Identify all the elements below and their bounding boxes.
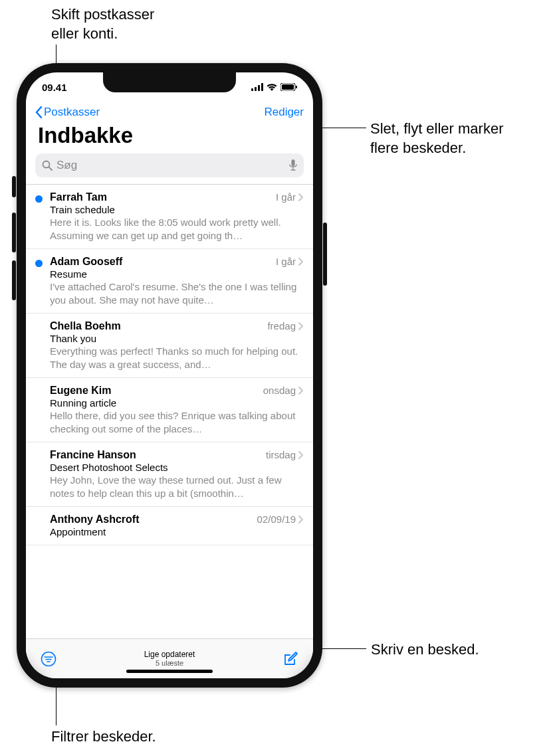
status-time: 09.41 — [42, 82, 67, 93]
message-sender: Eugene Kim — [50, 385, 111, 397]
message-sender: Francine Hanson — [50, 449, 136, 461]
compose-button[interactable] — [282, 651, 298, 667]
message-preview: Everything was perfect! Thanks so much f… — [50, 345, 304, 371]
chevron-right-icon — [298, 322, 304, 330]
unread-dot — [35, 260, 43, 267]
svg-line-8 — [49, 167, 53, 171]
message-sender: Adam Gooseff — [50, 256, 122, 268]
chevron-right-icon — [298, 387, 304, 395]
message-subject: Train schedule — [50, 204, 304, 215]
search-placeholder: Søg — [56, 159, 285, 172]
callout-edit: Slet, flyt eller marker flere beskeder. — [370, 120, 504, 157]
mic-icon[interactable] — [289, 159, 297, 171]
message-date: onsdag — [263, 385, 296, 396]
message-row[interactable]: Adam GooseffI gårResumeI've attached Car… — [26, 249, 313, 314]
message-preview: I've attached Carol's resume. She's the … — [50, 280, 304, 306]
battery-icon — [280, 83, 297, 91]
message-sender: Farrah Tam — [50, 191, 107, 203]
message-row[interactable]: Anthony Ashcroft02/09/19Appointment — [26, 507, 313, 545]
back-label: Postkasser — [44, 106, 100, 119]
message-subject: Thank you — [50, 333, 304, 344]
message-preview: Here it is. Looks like the 8:05 would wo… — [50, 216, 304, 242]
toolbar-status: Lige opdateret — [144, 650, 195, 659]
mute-switch — [12, 176, 16, 197]
svg-rect-6 — [296, 86, 297, 88]
notch — [103, 72, 236, 92]
message-date: 02/09/19 — [257, 514, 296, 525]
power-button — [323, 223, 327, 286]
chevron-right-icon — [298, 193, 304, 201]
message-row[interactable]: Francine HansontirsdagDesert Photoshoot … — [26, 442, 313, 507]
edit-button[interactable]: Rediger — [264, 106, 304, 119]
message-preview: Hey John, Love the way these turned out.… — [50, 474, 304, 500]
svg-rect-1 — [255, 87, 257, 91]
chevron-right-icon — [298, 451, 304, 459]
callout-mailboxes: Skift postkasser eller konti. — [51, 5, 154, 43]
svg-rect-2 — [258, 85, 260, 91]
message-subject: Desert Photoshoot Selects — [50, 462, 304, 473]
compose-icon — [282, 651, 298, 667]
back-button[interactable]: Postkasser — [35, 106, 100, 119]
svg-rect-9 — [292, 159, 295, 166]
message-subject: Resume — [50, 268, 304, 280]
toolbar-sub: 5 ulæste — [144, 659, 195, 668]
chevron-right-icon — [298, 516, 304, 523]
callout-compose: Skriv en besked. — [371, 640, 479, 660]
svg-rect-0 — [251, 88, 253, 91]
message-date: fredag — [267, 320, 296, 331]
chevron-left-icon — [35, 106, 43, 118]
wifi-icon — [267, 83, 277, 91]
message-sender: Anthony Ashcroft — [50, 514, 140, 525]
screen: 09.41 Postkasser Rediger Indbakke Søg Fa… — [26, 72, 313, 678]
message-subject: Running article — [50, 397, 304, 409]
phone-frame: 09.41 Postkasser Rediger Indbakke Søg Fa… — [17, 63, 322, 688]
cellular-icon — [251, 83, 263, 91]
filter-button[interactable] — [41, 651, 56, 667]
message-date: I går — [276, 256, 296, 267]
volume-up — [12, 213, 16, 252]
volume-down — [12, 260, 16, 300]
search-input[interactable]: Søg — [35, 153, 304, 177]
message-row[interactable]: Chella BoehmfredagThank youEverything wa… — [26, 314, 313, 378]
filter-icon — [41, 651, 56, 667]
unread-dot — [35, 195, 43, 203]
home-indicator[interactable] — [126, 670, 213, 673]
chevron-right-icon — [298, 258, 304, 266]
callout-filter: Filtrer beskeder. — [51, 727, 156, 747]
message-row[interactable]: Eugene KimonsdagRunning articleHello the… — [26, 378, 313, 442]
message-row[interactable]: Farrah TamI gårTrain scheduleHere it is.… — [26, 185, 313, 249]
message-preview: Hello there, did you see this? Enrique w… — [50, 409, 304, 435]
message-date: I går — [276, 191, 296, 203]
message-list[interactable]: Farrah TamI gårTrain scheduleHere it is.… — [26, 184, 313, 638]
message-sender: Chella Boehm — [50, 320, 121, 332]
svg-rect-5 — [282, 84, 294, 90]
page-title: Indbakke — [26, 120, 313, 153]
message-date: tirsdag — [266, 449, 296, 460]
search-icon — [42, 160, 53, 171]
message-subject: Appointment — [50, 526, 304, 537]
nav-bar: Postkasser Rediger — [26, 102, 313, 120]
svg-rect-3 — [261, 83, 263, 91]
